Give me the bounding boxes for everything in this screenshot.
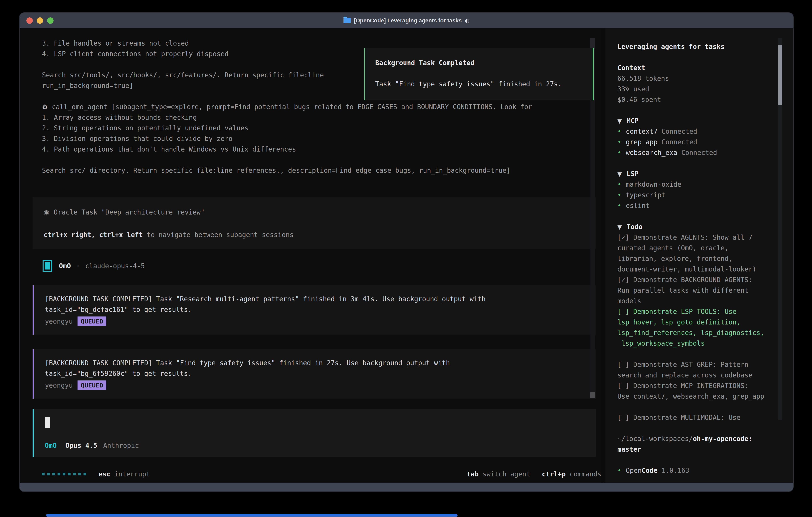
zoom-button[interactable] [47,18,54,24]
tab-key-action: switch agent [483,470,530,478]
context-tokens: 66,518 tokens [617,73,777,84]
message-meta: yeongyu QUEUED [45,317,585,326]
window-content: 3. File handles or streams not closed 4.… [20,28,793,483]
tab-key-hint: tab [467,470,479,478]
background-task-message: [BACKGROUND TASK COMPLETED] Task "Resear… [33,285,596,335]
todo-line: [✓] Demonstrate BACKGROUND AGENTS: [617,274,777,285]
lsp-item: •eslint [617,200,777,211]
context-heading: Context [617,62,777,73]
collapse-triangle-icon: ▼ [617,118,622,125]
message-author: yeongyu [45,381,73,389]
todo-line-active: lsp_hover, lsp_goto_definition, [617,317,777,327]
status-badge: QUEUED [78,380,106,390]
agent-header: OmO · claude-opus-4-5 [42,260,145,272]
todo-line-active: [ ] Demonstrate LSP TOOLS: Use [617,306,777,317]
terminal-line: 4. Path operations that don't handle Win… [42,144,532,155]
chat-scrollbar-thumb[interactable] [590,392,595,398]
ctrlp-key-action: commands [570,470,601,478]
collapse-triangle-icon: ▼ [617,171,622,178]
traffic-lights [26,13,54,28]
prompt-input[interactable]: OmO Opus 4.5 Anthropic [33,409,596,457]
context-spent: $0.46 spent [617,94,777,105]
terminal-line [42,155,532,165]
todo-line: models [617,296,777,306]
active-provider-label: Anthropic [103,440,139,451]
background-task-toast: Background Task Completed Task "Find typ… [364,48,593,100]
mcp-item: •grep_appConnected [617,137,777,147]
message-meta: yeongyu QUEUED [45,380,585,390]
terminal-line: Search src/ directory. Return specific f… [42,165,532,176]
gear-icon: ⚙ [42,103,48,111]
activity-dots [42,473,86,475]
session-title: Leveraging agents for tasks [617,42,777,52]
mcp-item: •context7Connected [617,126,777,137]
mcp-item: •websearch_exaConnected [617,147,777,158]
agent-name: OmO [59,262,71,270]
chat-scrollbar-cap [590,38,595,49]
oracle-task-card: ◉Oracle Task "Deep architecture review" … [33,197,596,249]
workspace-branch: master [617,444,777,455]
collapse-triangle-icon: ▼ [617,224,622,230]
message-text-line: task_id="bg_6f59260c" to get results. [45,368,585,379]
text-cursor [45,417,50,428]
terminal-line: 1. Array access without bounds checking [42,112,532,123]
mcp-section-header[interactable]: ▼MCP [617,115,777,126]
todo-line: Use context7, websearch_exa, grep_app [617,391,777,402]
terminal-line: 2. String operations on potentially unde… [42,123,532,133]
status-dot-icon: • [617,138,621,146]
agent-model: claude-opus-4-5 [85,262,145,270]
terminal-line-tool-call: ⚙ call_omo_agent [subagent_type=explore,… [42,102,532,112]
pane-divider [601,28,605,483]
window-title-group: [OpenCode] Leveraging agents for tasks ◐ [344,18,469,24]
status-right: tab switch agent ctrl+p commands [467,470,601,478]
window-bottom-frame [20,483,793,491]
terminal-line: 3. Division operations that could divide… [42,133,532,144]
lsp-item: •typescript [617,190,777,200]
toast-body: Task "Find type safety issues" finished … [375,79,583,89]
omo-agent-icon [42,260,52,272]
context-used: 33% used [617,84,777,94]
status-dot-icon: • [617,128,621,135]
todo-line: [✓] Demonstrate AGENTS: Show all 7 [617,232,777,243]
active-model-label: Opus 4.5 [65,440,97,451]
minimize-button[interactable] [37,18,43,24]
status-badge: QUEUED [78,317,106,326]
toast-title: Background Task Completed [375,58,583,68]
sidebar-lines: Leveraging agents for tasks Context 66,5… [617,42,777,476]
todo-line: curated agents (OmO, oracle, [617,243,777,253]
window-title: [OpenCode] Leveraging agents for tasks [354,18,462,24]
chat-main-pane: 3. File handles or streams not closed 4.… [22,28,601,483]
separator-dot: · [76,262,80,270]
esc-key-action: interrupt [115,470,150,478]
sidebar-scrollbar[interactable] [778,38,782,420]
bottom-blue-bar [46,514,458,517]
message-text-line: [BACKGROUND TASK COMPLETED] Task "Find t… [45,358,585,368]
close-button[interactable] [26,18,33,24]
todo-section-header[interactable]: ▼Todo [617,221,777,232]
message-author: yeongyu [45,318,73,325]
lsp-section-header[interactable]: ▼LSP [617,168,777,179]
workspace-path: ~/local-workspaces/oh-my-opencode: [617,433,777,444]
todo-line: librarian, explore, frontend, [617,253,777,264]
input-meta: OmO Opus 4.5 Anthropic [45,440,585,451]
record-icon: ◉ [44,208,49,216]
todo-line: [ ] Demonstrate MULTIMODAL: Use [617,412,777,423]
terminal-window: [OpenCode] Leveraging agents for tasks ◐… [19,12,793,492]
sidebar-scrollbar-thumb[interactable] [778,45,782,105]
todo-line-active: lsp_workspace_symbols [617,338,777,349]
session-sidebar: Leveraging agents for tasks Context 66,5… [605,28,793,483]
folder-icon [344,18,351,23]
omo-agent-icon-fill [45,262,50,270]
todo-line: Run parallel tasks with different [617,285,777,296]
status-left: esc interrupt [42,470,150,478]
window-titlebar[interactable]: [OpenCode] Leveraging agents for tasks ◐ [20,13,793,28]
esc-key-hint: esc [98,470,111,478]
status-dot-icon: • [617,467,621,474]
todo-line: document-writer, multimodal-looker) [617,264,777,274]
message-text-line: [BACKGROUND TASK COMPLETED] Task "Resear… [45,294,585,304]
oracle-task-hint: ctrl+x right, ctrl+x left to navigate be… [44,229,585,240]
status-dot-icon: • [617,149,621,157]
tab-hint-group: tab switch agent [467,470,530,478]
message-text-line: task_id="bg_dcfac161" to get results. [45,304,585,315]
ctrlp-key-hint: ctrl+p [542,470,566,478]
